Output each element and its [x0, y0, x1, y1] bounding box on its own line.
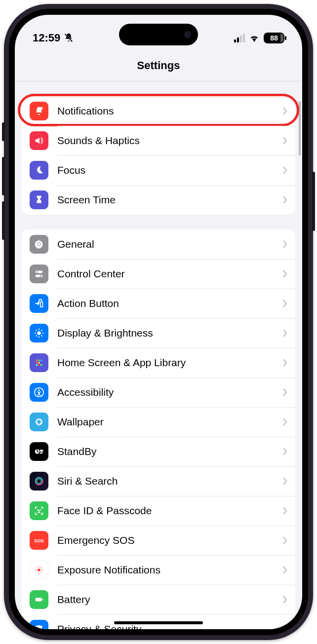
chevron-right-icon: [282, 269, 287, 278]
row-wallpaper[interactable]: Wallpaper: [22, 407, 295, 437]
svg-point-55: [37, 572, 38, 573]
row-accessibility[interactable]: Accessibility: [22, 378, 295, 407]
row-label: Notifications: [57, 105, 274, 117]
row-label: Siri & Search: [57, 475, 274, 487]
svg-line-16: [36, 336, 37, 337]
silent-mode-icon: [63, 33, 74, 43]
row-label: Face ID & Passcode: [57, 505, 274, 517]
row-exposure[interactable]: Exposure Notifications: [22, 555, 295, 585]
chevron-right-icon: [282, 136, 287, 145]
svg-point-2: [40, 107, 43, 110]
chevron-right-icon: [282, 625, 287, 629]
row-screentime[interactable]: Screen Time: [22, 185, 295, 215]
scroll-indicator[interactable]: [299, 101, 301, 155]
settings-group-general: General Control Center: [22, 229, 295, 629]
chevron-right-icon: [282, 240, 287, 249]
row-controlcenter[interactable]: Control Center: [22, 259, 295, 289]
accessibility-icon: [30, 383, 48, 402]
svg-line-14: [36, 330, 37, 331]
control-center-icon: [30, 265, 48, 283]
svg-point-34: [37, 419, 38, 421]
svg-text:SOS: SOS: [34, 538, 43, 543]
svg-point-33: [40, 421, 42, 423]
dynamic-island: [119, 24, 198, 45]
row-standby[interactable]: StandBy: [22, 437, 295, 466]
battery-icon: [30, 590, 48, 609]
svg-point-45: [38, 510, 38, 510]
row-faceid[interactable]: Face ID & Passcode: [22, 496, 295, 526]
row-label: Screen Time: [57, 194, 274, 206]
row-sos[interactable]: SOS Emergency SOS: [22, 526, 295, 555]
row-focus[interactable]: Focus: [22, 155, 295, 185]
sos-icon: SOS: [30, 531, 48, 550]
battery-indicator: 88: [264, 33, 284, 43]
svg-point-5: [37, 271, 38, 272]
svg-point-44: [37, 479, 41, 483]
svg-rect-8: [40, 302, 43, 307]
row-sounds[interactable]: Sounds & Haptics: [22, 126, 295, 155]
row-label: Battery: [57, 594, 274, 606]
row-actionbutton[interactable]: Action Button: [22, 289, 295, 318]
volume-down-button: [2, 201, 5, 240]
chevron-right-icon: [282, 107, 287, 115]
row-label: Display & Brightness: [57, 327, 274, 339]
svg-line-17: [41, 330, 42, 331]
wallpaper-icon: [30, 413, 48, 431]
svg-rect-57: [36, 598, 42, 601]
wifi-icon: [249, 34, 260, 42]
row-label: Action Button: [57, 298, 274, 309]
row-battery[interactable]: Battery: [22, 585, 295, 614]
siri-icon: [30, 472, 48, 491]
svg-point-50: [39, 573, 40, 574]
settings-list[interactable]: Notifications Sounds & Haptics: [15, 81, 302, 629]
row-siri[interactable]: Siri & Search: [22, 466, 295, 496]
svg-point-54: [41, 568, 42, 568]
svg-rect-21: [36, 362, 38, 364]
svg-point-53: [37, 568, 38, 568]
svg-rect-40: [40, 452, 43, 453]
row-label: Wallpaper: [57, 416, 274, 428]
svg-point-3: [38, 243, 40, 246]
row-homescreen[interactable]: Home Screen & App Library: [22, 348, 295, 378]
screen: 12:59: [15, 15, 302, 629]
battery-percent: 88: [270, 34, 278, 42]
svg-rect-26: [40, 364, 42, 366]
row-label: Control Center: [57, 268, 274, 280]
svg-point-37: [40, 423, 41, 424]
home-screen-icon: [30, 353, 48, 372]
home-indicator[interactable]: [114, 621, 203, 624]
focus-icon: [30, 161, 48, 180]
chevron-right-icon: [282, 447, 287, 456]
chevron-right-icon: [282, 299, 287, 308]
settings-group-notifications: Notifications Sounds & Haptics: [22, 96, 295, 215]
svg-point-35: [40, 419, 41, 421]
chevron-right-icon: [282, 566, 287, 574]
chevron-right-icon: [282, 417, 287, 426]
svg-point-32: [36, 421, 38, 423]
svg-rect-24: [36, 364, 38, 366]
chevron-right-icon: [282, 166, 287, 175]
chevron-right-icon: [282, 388, 287, 397]
svg-rect-23: [40, 362, 42, 364]
row-notifications[interactable]: Notifications: [22, 96, 295, 126]
svg-line-15: [41, 336, 42, 337]
svg-rect-41: [40, 453, 42, 454]
row-label: General: [57, 238, 274, 250]
svg-point-31: [39, 423, 40, 425]
row-general[interactable]: General: [22, 229, 295, 259]
faceid-icon: [30, 501, 48, 520]
privacy-icon: [30, 620, 48, 629]
chevron-right-icon: [282, 536, 287, 545]
svg-point-49: [39, 567, 40, 568]
svg-point-52: [42, 569, 43, 570]
svg-rect-25: [38, 364, 40, 366]
row-display[interactable]: Display & Brightness: [22, 318, 295, 348]
svg-rect-18: [36, 360, 38, 362]
svg-rect-19: [38, 360, 40, 362]
row-label: Exposure Notifications: [57, 564, 274, 576]
chevron-right-icon: [282, 358, 287, 367]
svg-point-51: [36, 569, 37, 570]
svg-point-28: [38, 389, 40, 391]
phone-frame: 12:59: [4, 4, 313, 640]
svg-rect-20: [40, 360, 42, 362]
